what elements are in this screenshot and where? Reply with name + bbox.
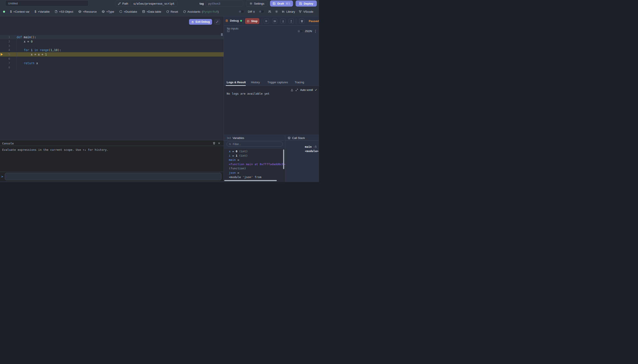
- line-number: 4: [0, 48, 10, 52]
- ai-wand-button[interactable]: [214, 19, 220, 25]
- variables-header: Variables: [233, 136, 244, 140]
- console-close-icon[interactable]: [218, 142, 221, 145]
- assistants-status: (Pyright Ruff): [202, 10, 219, 13]
- callstack-frame[interactable]: <module> :14: [288, 146, 319, 156]
- console-clear-trash-icon[interactable]: [213, 142, 216, 145]
- download-logs-icon[interactable]: [291, 88, 293, 91]
- settings-button[interactable]: Settings: [246, 0, 268, 6]
- checkmark-icon[interactable]: ✓: [315, 88, 317, 92]
- dollar-icon: $: [10, 10, 12, 13]
- reset-button[interactable]: Reset: [166, 10, 178, 13]
- exit-debug-button[interactable]: Exit Debug: [189, 19, 212, 25]
- deploy-label: Deploy: [304, 2, 313, 5]
- library-button[interactable]: Library: [282, 10, 295, 13]
- step-over-icon: [274, 20, 276, 22]
- git-fork-icon: [299, 10, 302, 13]
- exit-debug-label: Exit Debug: [195, 20, 210, 24]
- add-ducklake-button[interactable]: +Ducklake: [119, 10, 137, 13]
- kebab-menu-icon[interactable]: ⋮: [314, 29, 317, 33]
- tab-trigger-captures[interactable]: Trigger captures: [267, 80, 288, 84]
- assistants-button[interactable]: Assistants (Pyright Ruff): [183, 10, 219, 13]
- tag-input[interactable]: python3: [206, 0, 243, 6]
- draft-label: Draft: [277, 2, 284, 5]
- draft-shortcut: ⌘S: [286, 2, 290, 5]
- variables-filter-input[interactable]: Filter...: [227, 142, 283, 146]
- variable-row: <module 'json' from: [229, 176, 262, 179]
- console-title: Console: [2, 142, 14, 145]
- tag-value: python3: [208, 2, 220, 5]
- variable-row: x = 0 (int): [229, 150, 248, 153]
- auto-scroll-label: Auto scroll: [300, 88, 313, 92]
- refresh-icon: [183, 10, 186, 13]
- play-icon: [265, 20, 268, 22]
- bug-icon: [225, 19, 229, 22]
- variables-vertical-scrollbar[interactable]: [283, 150, 284, 169]
- save-icon: [273, 2, 276, 5]
- tab-history[interactable]: History: [251, 80, 260, 84]
- variables-list[interactable]: x = 0 (int) i = 1 (int) main = <function…: [224, 148, 285, 182]
- add-type-button[interactable]: +Type: [102, 10, 114, 13]
- draft-button[interactable]: Draft ⌘S: [270, 0, 293, 6]
- add-context-var-button[interactable]: $ +Context var: [10, 10, 30, 13]
- variables-filter-placeholder: Filter...: [233, 143, 241, 146]
- line-number: 6: [0, 56, 10, 61]
- line-number: 3: [0, 44, 10, 48]
- deploy-button[interactable]: Deploy: [296, 0, 317, 6]
- path-pill[interactable]: Path u/alex/prosperous_script: [115, 0, 177, 6]
- add-data-table-button[interactable]: +Data table: [142, 10, 161, 13]
- editor-settings-gear-icon[interactable]: [275, 10, 278, 13]
- step-into-icon: [282, 20, 284, 22]
- step-over-button[interactable]: [272, 18, 277, 24]
- tab-tracing[interactable]: Tracing: [295, 80, 304, 84]
- multiplayer-toggle[interactable]: [259, 10, 264, 13]
- console-panel: Console Evaluate expressions in the curr…: [0, 140, 224, 182]
- stop-button[interactable]: Stop: [245, 18, 259, 24]
- path-label: Path: [122, 2, 128, 5]
- add-s3-object-button[interactable]: +S3 Object: [55, 10, 73, 13]
- vscode-button[interactable]: VScode: [299, 10, 313, 13]
- json-toggle-label: JSON: [305, 30, 312, 33]
- console-prompt: >: [1, 175, 3, 178]
- console-hint: Evaluate expressions in the current scop…: [2, 148, 108, 152]
- json-toggle[interactable]: [297, 30, 303, 33]
- expand-logs-icon[interactable]: [295, 88, 298, 91]
- magic-wand-icon: [216, 20, 219, 24]
- plus-minus-icon: ±: [253, 10, 255, 13]
- users-icon[interactable]: [268, 10, 271, 13]
- add-resource-button[interactable]: +Resource: [78, 10, 97, 13]
- gear-icon: [250, 2, 253, 5]
- step-into-button[interactable]: [281, 18, 286, 24]
- top-bar: Untitled Path u/alex/prosperous_script t…: [0, 0, 319, 7]
- duck-icon: [119, 10, 122, 13]
- editor-scrollbar-thumb[interactable]: [221, 33, 223, 36]
- variable-row: json =: [229, 171, 239, 174]
- step-out-button[interactable]: [289, 18, 294, 24]
- continue-button[interactable]: [264, 18, 269, 24]
- tag-label: tag: [199, 2, 204, 5]
- step-out-icon: [290, 20, 293, 22]
- debug-trash-button[interactable]: [299, 18, 304, 24]
- line-number: 1: [0, 35, 10, 39]
- diff-label: Diff: [248, 10, 252, 13]
- paused-status-badge: Paused: [309, 20, 319, 23]
- file-icon: [55, 10, 58, 13]
- dollar-icon: $: [35, 10, 36, 13]
- code-line: return x: [17, 61, 38, 65]
- console-input[interactable]: [5, 173, 222, 180]
- variables-horizontal-scrollbar[interactable]: [224, 180, 277, 181]
- debug-active-dot: [240, 20, 242, 22]
- script-title-input[interactable]: Untitled: [5, 0, 89, 6]
- line-number: 8: [0, 65, 10, 70]
- variables-icon: (x): [227, 136, 231, 140]
- add-variable-button[interactable]: $ +Variable: [35, 10, 50, 13]
- settings-label: Settings: [254, 2, 264, 5]
- tab-logs-result[interactable]: Logs & Result: [227, 80, 246, 84]
- bug-icon: [191, 20, 194, 24]
- result-tabs: Logs & Result History Trigger captures T…: [224, 79, 319, 86]
- code-editor[interactable]: 1 2 3 4 5 6 7 8 def main(): x = 0 for i …: [0, 16, 224, 140]
- line-number: 7: [0, 61, 10, 65]
- diff-toggle[interactable]: [239, 10, 244, 13]
- search-icon: [229, 143, 231, 145]
- inputs-panel-icon: [227, 30, 230, 32]
- callstack-panel: Call Stack main :5 <module> :14: [285, 135, 319, 182]
